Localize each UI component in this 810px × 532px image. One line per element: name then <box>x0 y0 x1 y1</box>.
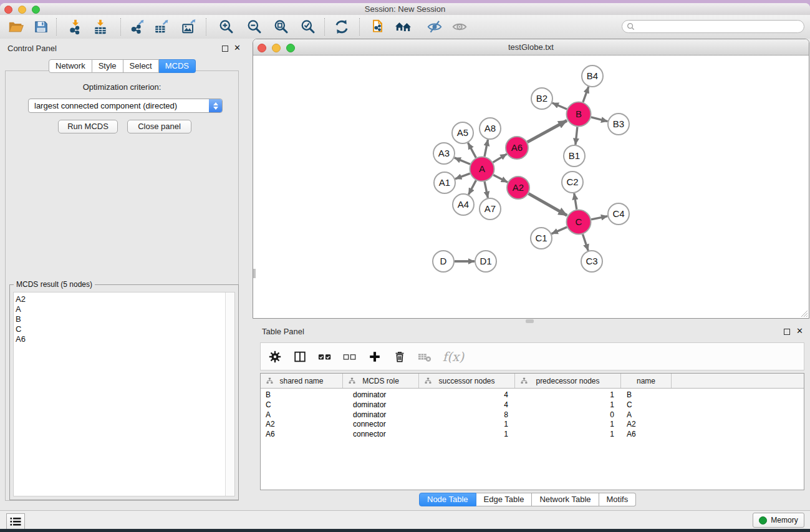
show-hide-graphics-details-button[interactable] <box>424 16 445 37</box>
cell[interactable]: 1 <box>515 430 621 440</box>
cell[interactable]: B <box>621 390 672 400</box>
zoom-out-button[interactable] <box>244 16 265 37</box>
run-mcds-button[interactable]: Run MCDS <box>58 120 118 133</box>
select-columns-button[interactable] <box>292 347 308 366</box>
graph-edge-C-C3[interactable] <box>582 234 588 250</box>
save-session-button[interactable] <box>31 16 52 37</box>
search-input[interactable] <box>622 20 804 33</box>
table-row-c[interactable]: Cdominator41C <box>261 400 804 410</box>
graph-edge-A-A2[interactable] <box>493 175 508 182</box>
export-table-button[interactable] <box>151 16 172 37</box>
table-tab-network-table[interactable]: Network Table <box>532 493 599 506</box>
graph-edge-A-A4[interactable] <box>468 180 476 195</box>
column-header-mcds-role[interactable]: MCDS role <box>343 374 419 388</box>
cell[interactable]: A2 <box>261 420 343 430</box>
zoom-in-button[interactable] <box>216 16 237 37</box>
column-header-successor-nodes[interactable]: successor nodes <box>419 374 515 388</box>
import-network-button[interactable] <box>65 16 86 37</box>
cell[interactable]: connector <box>343 430 419 440</box>
graph-edge-A2-C[interactable] <box>529 193 567 215</box>
cell[interactable]: dominator <box>343 390 419 400</box>
mcds-result-item-a6[interactable]: A6 <box>14 334 234 344</box>
graph-edge-A-A3[interactable] <box>455 158 470 164</box>
graph-edge-B-B2[interactable] <box>552 103 567 109</box>
graph-edge-A-A6[interactable] <box>493 154 507 163</box>
graph-edge-A-A8[interactable] <box>485 140 488 157</box>
graph-edge-A6-B[interactable] <box>528 120 567 142</box>
close-panel-icon[interactable]: ✕ <box>234 45 241 51</box>
function-builder-button[interactable]: f(x) <box>441 347 465 366</box>
zoom-selected-button[interactable] <box>297 16 319 37</box>
network-window-titlebar[interactable]: testGlobe.txt <box>253 39 809 56</box>
import-table-button[interactable] <box>90 16 111 37</box>
column-header-shared-name[interactable]: shared name <box>261 374 343 388</box>
tab-style[interactable]: Style <box>92 59 123 73</box>
table-tab-node-table[interactable]: Node Table <box>419 493 476 506</box>
resize-grip-icon[interactable] <box>799 309 808 317</box>
memory-button[interactable]: Memory <box>753 513 804 528</box>
graph-edge-A-A7[interactable] <box>485 181 488 198</box>
cell[interactable]: dominator <box>343 410 419 420</box>
cell[interactable]: 1 <box>515 400 621 410</box>
cell[interactable]: A <box>621 410 672 420</box>
cell[interactable]: C <box>621 400 672 410</box>
table-row-a6[interactable]: A6connector11A6 <box>261 430 804 440</box>
network-canvas[interactable]: B4B2BB3A5A8A6A3B1AC2A1A2A4A7C4CC1C3DD1 <box>253 56 809 318</box>
mcds-result-item-b[interactable]: B <box>14 314 234 324</box>
open-session-button[interactable] <box>5 16 26 37</box>
first-neighbors-button[interactable] <box>393 16 414 37</box>
tab-network[interactable]: Network <box>49 59 92 73</box>
cell[interactable]: B <box>261 390 343 400</box>
float-panel-icon[interactable] <box>222 46 228 52</box>
close-panel-button[interactable]: Close panel <box>127 120 191 133</box>
zoom-fit-button[interactable] <box>271 16 292 37</box>
mcds-result-list[interactable]: A2ABCA6 <box>13 292 235 496</box>
cell[interactable]: C <box>261 400 343 410</box>
float-table-panel-icon[interactable] <box>784 329 790 335</box>
graph-edge-B-B1[interactable] <box>576 127 577 145</box>
mcds-result-item-a[interactable]: A <box>14 304 234 314</box>
table-row-b[interactable]: Bdominator41B <box>261 390 804 400</box>
graph-edge-A-A1[interactable] <box>455 173 470 179</box>
new-network-from-selection-button[interactable] <box>367 16 388 37</box>
cell[interactable]: dominator <box>343 400 419 410</box>
graph-edge-A-A5[interactable] <box>468 143 476 158</box>
create-column-button[interactable] <box>367 347 383 366</box>
table-row-a[interactable]: Adominator80A <box>261 410 804 420</box>
deselect-all-rows-button[interactable] <box>342 347 358 366</box>
cell[interactable]: 8 <box>419 410 515 420</box>
graph-edge-C-C1[interactable] <box>552 227 567 234</box>
graph-edge-B-B3[interactable] <box>591 117 608 122</box>
cell[interactable]: 1 <box>419 430 515 440</box>
cell[interactable]: 1 <box>419 420 515 430</box>
cell[interactable]: A6 <box>261 430 343 440</box>
cell[interactable]: A2 <box>621 420 672 430</box>
table-row-a2[interactable]: A2connector11A2 <box>261 420 804 430</box>
tab-select[interactable]: Select <box>123 59 159 73</box>
column-header-predecessor-nodes[interactable]: predecessor nodes <box>515 374 621 388</box>
select-all-rows-button[interactable] <box>317 347 333 366</box>
table-tab-edge-table[interactable]: Edge Table <box>476 493 533 506</box>
graph-edge-B-B4[interactable] <box>583 87 589 102</box>
cell[interactable]: A <box>261 410 343 420</box>
cell[interactable]: 4 <box>419 400 515 410</box>
apply-layout-button[interactable] <box>331 16 352 37</box>
graph-edge-C-C4[interactable] <box>591 216 607 220</box>
cell[interactable]: connector <box>343 420 419 430</box>
task-history-button[interactable] <box>6 513 25 529</box>
column-header-name[interactable]: name <box>621 374 672 388</box>
mcds-result-item-a2[interactable]: A2 <box>14 294 234 304</box>
export-image-button[interactable] <box>178 16 200 37</box>
delete-column-button[interactable] <box>392 347 408 366</box>
cell[interactable]: 1 <box>515 420 621 430</box>
close-table-panel-icon[interactable]: ✕ <box>796 328 803 334</box>
optimization-criterion-select[interactable]: largest connected component (directed) <box>28 99 223 113</box>
cell[interactable]: 1 <box>515 390 621 400</box>
export-network-button[interactable] <box>127 16 148 37</box>
toggle-bird-eye-view-button[interactable] <box>449 16 470 37</box>
mcds-result-item-c[interactable]: C <box>14 324 234 334</box>
vertical-scrollbar-thumb[interactable] <box>253 269 256 278</box>
delete-table-button[interactable] <box>417 347 433 366</box>
cell[interactable]: 4 <box>419 390 515 400</box>
graph-edge-C-C2[interactable] <box>574 193 577 210</box>
